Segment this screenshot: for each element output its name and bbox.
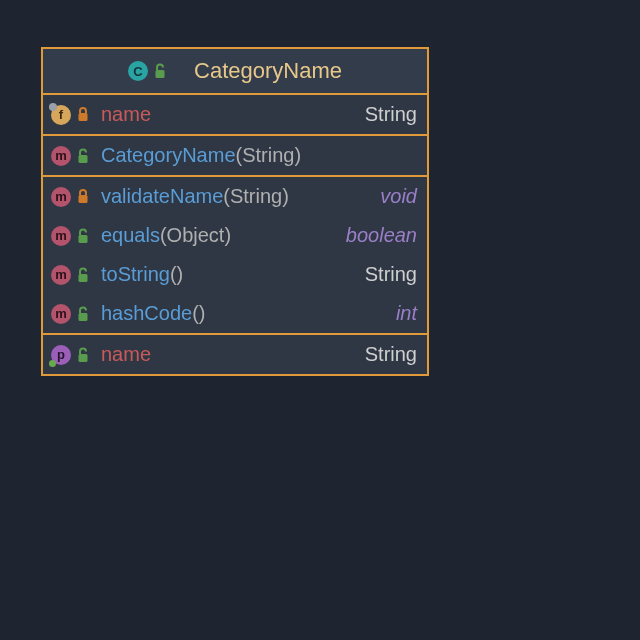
open-lock-icon (75, 305, 91, 323)
method-params: (Object) (160, 224, 231, 247)
method-params: (String) (223, 185, 289, 208)
property-badge-letter: p (57, 347, 65, 362)
method-row[interactable]: m toString() String (43, 255, 427, 294)
svg-rect-3 (79, 195, 88, 203)
method-row[interactable]: m equals(Object) boolean (43, 216, 427, 255)
method-type: String (365, 263, 417, 286)
svg-rect-1 (79, 113, 88, 121)
method-badge-icon: m (51, 187, 71, 207)
class-badge-icon: C (128, 61, 148, 81)
property-badge-icon: p (51, 345, 71, 365)
method-name: equals (101, 224, 160, 247)
method-badge-letter: m (55, 267, 67, 282)
method-params: () (170, 263, 183, 286)
method-type: void (380, 185, 417, 208)
method-badge-icon: m (51, 304, 71, 324)
getter-marker-icon (49, 360, 56, 367)
class-header[interactable]: C CategoryName (43, 49, 427, 95)
field-row[interactable]: f name String (43, 95, 427, 134)
constructor-name: CategoryName (101, 144, 236, 167)
method-params: () (192, 302, 205, 325)
field-badge-letter: f (59, 107, 63, 122)
property-name: name (101, 343, 151, 366)
method-row[interactable]: m hashCode() int (43, 294, 427, 333)
method-badge-icon: m (51, 265, 71, 285)
method-type: int (396, 302, 417, 325)
field-name: name (101, 103, 151, 126)
open-lock-icon (75, 346, 91, 364)
field-badge-icon: f (51, 105, 71, 125)
method-name: hashCode (101, 302, 192, 325)
constructors-section: m CategoryName(String) (43, 136, 427, 177)
closed-lock-icon (75, 106, 91, 124)
method-badge-letter: m (55, 306, 67, 321)
field-type: String (365, 103, 417, 126)
static-marker-icon (49, 103, 57, 111)
method-badge-letter: m (55, 148, 67, 163)
svg-rect-4 (79, 235, 88, 243)
method-type: boolean (346, 224, 417, 247)
class-diagram: C CategoryName f name String m (41, 47, 429, 376)
method-badge-letter: m (55, 189, 67, 204)
svg-rect-0 (156, 70, 165, 78)
svg-rect-5 (79, 274, 88, 282)
method-name: validateName (101, 185, 223, 208)
method-badge-letter: m (55, 228, 67, 243)
method-row[interactable]: m validateName(String) void (43, 177, 427, 216)
properties-section: p name String (43, 335, 427, 374)
constructor-params: (String) (236, 144, 302, 167)
class-title: CategoryName (194, 58, 342, 84)
property-type: String (365, 343, 417, 366)
constructor-row[interactable]: m CategoryName(String) (43, 136, 427, 175)
closed-lock-icon (75, 188, 91, 206)
open-lock-icon (75, 147, 91, 165)
class-badge-letter: C (133, 64, 142, 79)
method-badge-icon: m (51, 226, 71, 246)
method-name: toString (101, 263, 170, 286)
svg-rect-2 (79, 155, 88, 163)
property-row[interactable]: p name String (43, 335, 427, 374)
methods-section: m validateName(String) void m equals(Obj… (43, 177, 427, 335)
open-lock-icon (75, 227, 91, 245)
svg-rect-6 (79, 313, 88, 321)
open-lock-icon (152, 62, 168, 80)
fields-section: f name String (43, 95, 427, 136)
open-lock-icon (75, 266, 91, 284)
svg-rect-7 (79, 354, 88, 362)
method-badge-icon: m (51, 146, 71, 166)
